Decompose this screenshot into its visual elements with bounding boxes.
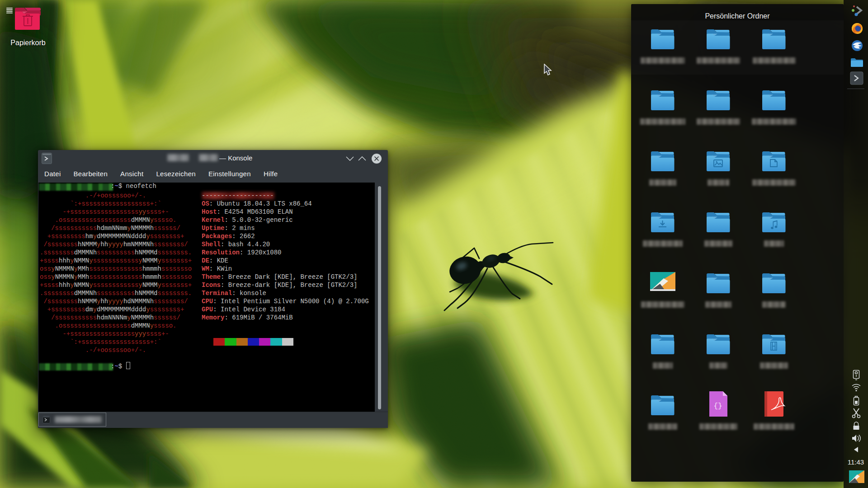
svg-text:{}: {} — [713, 402, 722, 410]
